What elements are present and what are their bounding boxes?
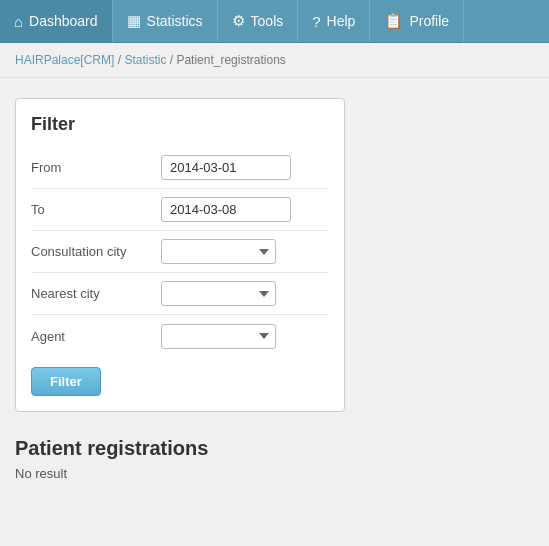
- patient-registrations-section: Patient registrations No result: [15, 437, 534, 481]
- breadcrumb: HAIRPalace[CRM] / Statistic / Patient_re…: [0, 43, 549, 78]
- filter-row-to: To: [31, 189, 329, 231]
- nav-label-tools: Tools: [251, 13, 284, 29]
- filter-label-nearest-city: Nearest city: [31, 286, 161, 301]
- nav-item-profile[interactable]: 📋 Profile: [370, 0, 464, 42]
- filter-label-consultation-city: Consultation city: [31, 244, 161, 259]
- patient-registrations-title: Patient registrations: [15, 437, 534, 460]
- nav-item-tools[interactable]: ⚙ Tools: [218, 0, 299, 42]
- main-nav: ⌂ Dashboard ▦ Statistics ⚙ Tools ? Help …: [0, 0, 549, 43]
- no-result-text: No result: [15, 466, 534, 481]
- help-icon: ?: [312, 13, 320, 30]
- dashboard-icon: ⌂: [14, 13, 23, 30]
- filter-select-nearest-city[interactable]: [161, 281, 276, 306]
- nav-label-statistics: Statistics: [147, 13, 203, 29]
- nav-label-help: Help: [327, 13, 356, 29]
- nav-item-dashboard[interactable]: ⌂ Dashboard: [0, 0, 113, 42]
- nav-item-statistics[interactable]: ▦ Statistics: [113, 0, 218, 42]
- tools-icon: ⚙: [232, 12, 245, 30]
- nav-label-profile: Profile: [409, 13, 449, 29]
- filter-button[interactable]: Filter: [31, 367, 101, 396]
- filter-label-agent: Agent: [31, 329, 161, 344]
- breadcrumb-link-home[interactable]: HAIRPalace[CRM]: [15, 53, 114, 67]
- filter-label-from: From: [31, 160, 161, 175]
- breadcrumb-current: Patient_registrations: [176, 53, 285, 67]
- filter-select-agent[interactable]: [161, 324, 276, 349]
- filter-select-consultation-city[interactable]: [161, 239, 276, 264]
- nav-item-help[interactable]: ? Help: [298, 0, 370, 42]
- filter-section: Filter From To Consultation city Nearest…: [15, 98, 345, 412]
- filter-row-agent: Agent: [31, 315, 329, 357]
- breadcrumb-link-statistic[interactable]: Statistic: [124, 53, 166, 67]
- statistics-icon: ▦: [127, 12, 141, 30]
- profile-icon: 📋: [384, 12, 403, 30]
- filter-row-consultation-city: Consultation city: [31, 231, 329, 273]
- filter-row-nearest-city: Nearest city: [31, 273, 329, 315]
- main-content: Filter From To Consultation city Nearest…: [0, 78, 549, 501]
- filter-input-from[interactable]: [161, 155, 291, 180]
- filter-row-from: From: [31, 147, 329, 189]
- nav-label-dashboard: Dashboard: [29, 13, 98, 29]
- filter-input-to[interactable]: [161, 197, 291, 222]
- filter-label-to: To: [31, 202, 161, 217]
- filter-title: Filter: [31, 114, 329, 135]
